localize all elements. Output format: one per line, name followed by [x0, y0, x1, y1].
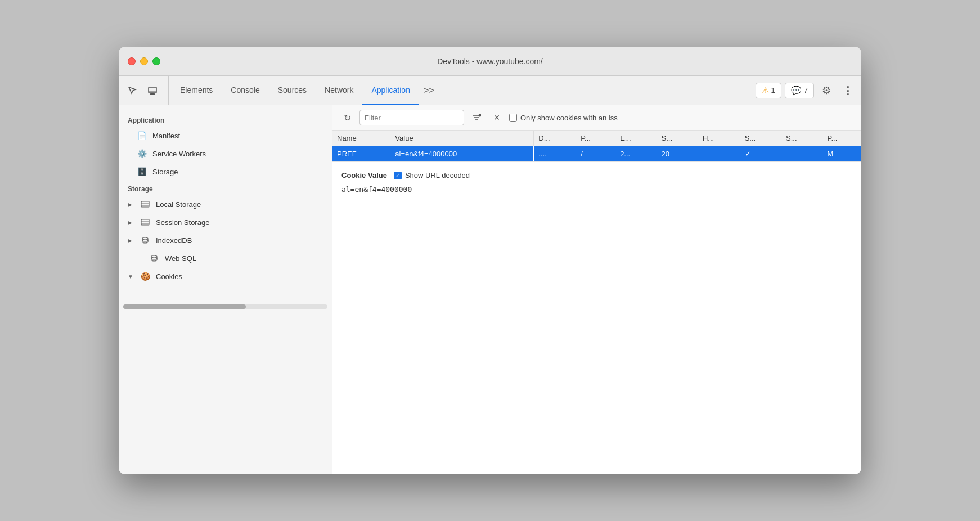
- sidebar-scrollbar-thumb: [123, 304, 246, 309]
- cookie-table: Name Value D... P... E... S... H... S...…: [332, 131, 861, 161]
- cell-secure: ✓: [740, 146, 781, 162]
- arrow-right-icon2: ▶: [128, 219, 134, 226]
- web-sql-icon: [149, 253, 159, 263]
- sidebar-item-cookies[interactable]: ▼ 🍪 Cookies: [119, 267, 332, 285]
- tab-sources[interactable]: Sources: [269, 76, 316, 105]
- cookie-table-container: Name Value D... P... E... S... H... S...…: [332, 131, 861, 162]
- cookie-value-panel: Cookie Value ✓ Show URL decoded al=en&f4…: [332, 162, 861, 474]
- toolbar-left: [123, 76, 169, 105]
- svg-point-9: [142, 237, 148, 240]
- sidebar-item-session-storage[interactable]: ▶ Session Storage: [119, 213, 332, 231]
- svg-point-10: [151, 255, 157, 258]
- filter-input[interactable]: [359, 110, 464, 125]
- col-expires: E...: [615, 131, 657, 146]
- warning-badge-button[interactable]: ⚠ 1: [756, 83, 781, 98]
- tab-overflow-button[interactable]: >>: [419, 76, 439, 105]
- refresh-button[interactable]: ↻: [339, 110, 355, 125]
- traffic-lights: [128, 57, 160, 65]
- sidebar-item-service-workers[interactable]: ⚙️ Service Workers: [119, 145, 332, 163]
- window-title: DevTools - www.youtube.com/: [437, 57, 543, 66]
- col-priority: P...: [822, 131, 861, 146]
- cell-path: /: [576, 146, 615, 162]
- url-decoded-label: Show URL decoded: [405, 171, 470, 179]
- col-samesite: S...: [781, 131, 822, 146]
- cookie-value-text: al=en&f4=4000000: [341, 185, 852, 194]
- cell-size: 20: [657, 146, 698, 162]
- cell-priority: M: [822, 146, 861, 162]
- indexeddb-icon: [140, 235, 150, 245]
- cookie-value-header: Cookie Value ✓ Show URL decoded: [341, 171, 852, 179]
- col-httponly: H...: [698, 131, 740, 146]
- close-button[interactable]: [128, 57, 136, 65]
- table-row[interactable]: PREF al=en&f4=4000000 .... / 2... 20 ✓ M: [332, 146, 861, 162]
- device-icon[interactable]: [143, 82, 161, 100]
- cell-value: al=en&f4=4000000: [390, 146, 534, 162]
- show-url-decoded-toggle[interactable]: ✓ Show URL decoded: [394, 171, 470, 179]
- col-size: S...: [657, 131, 698, 146]
- filter-options-button[interactable]: [469, 110, 484, 125]
- sidebar: Application 📄 Manifest ⚙️ Service Worker…: [119, 105, 332, 474]
- sidebar-item-indexeddb[interactable]: ▶ IndexedDB: [119, 231, 332, 249]
- tab-application[interactable]: Application: [362, 76, 419, 105]
- cookies-icon: 🍪: [140, 271, 150, 281]
- only-show-cookies-label: Only show cookies with an iss: [509, 114, 618, 122]
- title-bar: DevTools - www.youtube.com/: [119, 47, 861, 76]
- cell-name: PREF: [332, 146, 390, 162]
- tab-console[interactable]: Console: [222, 76, 268, 105]
- manifest-icon: 📄: [137, 131, 147, 141]
- col-value: Value: [390, 131, 534, 146]
- only-show-cookies-checkbox[interactable]: [509, 114, 517, 122]
- sidebar-item-local-storage[interactable]: ▶ Local Storage: [119, 195, 332, 213]
- main-content: Application 📄 Manifest ⚙️ Service Worker…: [119, 105, 861, 474]
- warning-icon: ⚠: [762, 86, 769, 96]
- svg-point-14: [479, 114, 482, 117]
- local-storage-icon: [140, 199, 150, 209]
- sidebar-section-application: Application: [119, 112, 332, 127]
- url-decoded-checkbox[interactable]: ✓: [394, 172, 402, 179]
- tab-bar: Elements Console Sources Network Applica…: [119, 76, 861, 105]
- service-workers-icon: ⚙️: [137, 149, 147, 159]
- cell-domain: ....: [534, 146, 576, 162]
- arrow-right-icon: ▶: [128, 201, 134, 208]
- info-badge-button[interactable]: 💬 7: [785, 83, 814, 98]
- tabs: Elements Console Sources Network Applica…: [171, 76, 756, 105]
- col-path: P...: [576, 131, 615, 146]
- devtools-window: DevTools - www.youtube.com/ Elements: [119, 47, 861, 474]
- sidebar-item-storage-app[interactable]: 🗄️ Storage: [119, 163, 332, 181]
- sidebar-section-storage: Storage: [119, 181, 332, 195]
- session-storage-icon: [140, 217, 150, 227]
- sidebar-item-web-sql[interactable]: Web SQL: [119, 249, 332, 267]
- comment-icon: 💬: [791, 86, 802, 96]
- sidebar-scrollbar[interactable]: [123, 304, 327, 309]
- col-domain: D...: [534, 131, 576, 146]
- col-secure: S...: [740, 131, 781, 146]
- maximize-button[interactable]: [152, 57, 160, 65]
- col-name: Name: [332, 131, 390, 146]
- settings-button[interactable]: ⚙: [817, 82, 835, 100]
- arrow-right-icon3: ▶: [128, 237, 134, 244]
- svg-rect-1: [150, 93, 155, 95]
- storage-icon: 🗄️: [137, 167, 147, 177]
- tab-network[interactable]: Network: [316, 76, 362, 105]
- right-panel: ↻ × Only show cookies with an iss: [332, 105, 861, 474]
- arrow-down-icon: ▼: [128, 273, 134, 280]
- cell-expires: 2...: [615, 146, 657, 162]
- tab-elements[interactable]: Elements: [171, 76, 222, 105]
- minimize-button[interactable]: [140, 57, 148, 65]
- cookie-toolbar: ↻ × Only show cookies with an iss: [332, 105, 861, 131]
- cookie-table-header: Name Value D... P... E... S... H... S...…: [332, 131, 861, 146]
- inspect-icon[interactable]: [123, 82, 141, 100]
- cell-samesite: [781, 146, 822, 162]
- cookie-value-label: Cookie Value: [341, 171, 387, 179]
- clear-filter-button[interactable]: ×: [489, 110, 505, 125]
- cell-httponly: [698, 146, 740, 162]
- sidebar-item-manifest[interactable]: 📄 Manifest: [119, 127, 332, 145]
- tab-bar-right: ⚠ 1 💬 7 ⚙ ⋮: [756, 76, 857, 105]
- more-options-button[interactable]: ⋮: [839, 82, 857, 100]
